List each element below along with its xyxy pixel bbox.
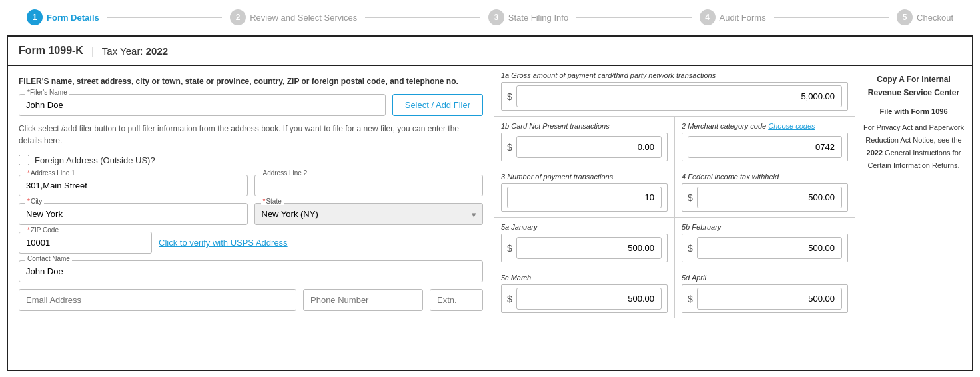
step-4[interactable]: 4 Audit Forms — [700, 9, 766, 25]
cell-5d-input-wrap: $ — [682, 284, 848, 313]
contact-name-label: Contact Name — [25, 255, 72, 262]
form-row-5a-5b: 5a January $ 5b February $ — [494, 218, 855, 268]
field-1a-input[interactable] — [516, 85, 842, 107]
step-5[interactable]: 5 Checkout — [897, 9, 953, 25]
field-5a-input[interactable] — [516, 237, 662, 259]
address-line2-label: Address Line 2 — [261, 169, 310, 177]
state-select[interactable]: New York (NY) — [254, 203, 484, 225]
cell-5d: 5d April $ — [675, 268, 855, 318]
copy-a-title: Copy A For Internal Revenue Service Cent… — [863, 73, 964, 100]
cell-1b-input-wrap: $ — [501, 133, 668, 161]
step-line-1 — [107, 17, 222, 18]
cell-5b-label: 5b February — [682, 223, 848, 231]
step-line-2 — [365, 17, 480, 18]
zip-label: ZIP Code — [25, 226, 61, 234]
cell-5c-input-wrap: $ — [501, 284, 668, 313]
foreign-address-row: Foreign Address (Outside US)? — [19, 155, 483, 165]
usps-verify-link[interactable]: Click to verify with USPS Address — [159, 238, 288, 248]
filer-name-wrap: *Filer's Name — [19, 94, 386, 116]
step-2[interactable]: 2 Review and Select Services — [230, 9, 357, 25]
cell-5b: 5b February $ — [675, 218, 855, 268]
filer-name-row: *Filer's Name Select / Add Filer — [19, 94, 483, 116]
field-1b-input[interactable] — [516, 136, 662, 158]
step-1-label: Form Details — [47, 13, 99, 23]
address-line1-input[interactable] — [19, 175, 248, 196]
filer-name-input[interactable] — [19, 94, 386, 116]
address-lines-row: Address Line 1 Address Line 2 — [19, 175, 483, 196]
form-row-3-4: 3 Number of payment transactions 4 Feder… — [494, 167, 855, 218]
step-3-circle: 3 — [488, 9, 504, 25]
step-1[interactable]: 1 Form Details — [27, 9, 99, 25]
cell-5c-label: 5c March — [501, 274, 668, 282]
cell-5b-input-wrap: $ — [682, 234, 848, 262]
cell-5a-input-wrap: $ — [501, 234, 668, 262]
dollar-5a: $ — [507, 243, 512, 254]
cell-1b-label: 1b Card Not Present transactions — [501, 122, 668, 130]
left-panel: FILER'S name, street address, city or to… — [8, 66, 494, 370]
foreign-address-label: Foreign Address (Outside US)? — [35, 155, 155, 165]
cell-3: 3 Number of payment transactions — [494, 167, 675, 217]
city-input[interactable] — [19, 203, 248, 225]
field-3-input[interactable] — [507, 187, 662, 208]
step-3-label: State Filing Info — [508, 13, 568, 23]
copy-a-panel: Copy A For Internal Revenue Service Cent… — [855, 66, 972, 370]
step-line-3 — [576, 17, 691, 18]
cell-5a: 5a January $ — [494, 218, 675, 268]
step-3[interactable]: 3 State Filing Info — [488, 9, 568, 25]
email-input[interactable] — [19, 289, 296, 311]
cell-1a: 1a Gross amount of payment card/third pa… — [494, 66, 855, 116]
step-2-label: Review and Select Services — [250, 13, 357, 23]
form-row-1b-2: 1b Card Not Present transactions $ 2 Mer… — [494, 117, 855, 167]
dollar-1b: $ — [507, 142, 512, 153]
contact-name-input[interactable] — [19, 260, 483, 282]
file-with-label: File with Form 1096 — [863, 105, 964, 118]
city-wrap: City — [19, 203, 248, 225]
choose-codes-link[interactable]: Choose codes — [768, 122, 815, 130]
zip-input[interactable] — [19, 232, 152, 254]
cell-1a-label: 1a Gross amount of payment card/third pa… — [501, 71, 848, 79]
cell-2-label: 2 Merchant category code Choose codes — [682, 122, 848, 130]
cell-5c: 5c March $ — [494, 268, 675, 318]
foreign-address-checkbox[interactable] — [19, 155, 29, 165]
field-2-input[interactable] — [688, 136, 842, 158]
email-wrap — [19, 289, 296, 311]
city-label: City — [25, 198, 44, 205]
cell-2: 2 Merchant category code Choose codes — [675, 117, 855, 167]
cell-4-label: 4 Federal income tax withheld — [682, 173, 848, 181]
cell-1b: 1b Card Not Present transactions $ — [494, 117, 675, 167]
cell-1a-input-wrap: $ — [501, 82, 848, 111]
field-5c-input[interactable] — [516, 288, 662, 310]
main-container: Form 1099-K | Tax Year: 2022 FILER'S nam… — [0, 35, 980, 371]
cell-3-input-wrap — [501, 183, 668, 212]
field-4-input[interactable] — [697, 187, 842, 208]
form-tax-year: Tax Year: 2022 — [102, 45, 168, 57]
address-line1-label: Address Line 1 — [25, 169, 77, 177]
step-1-circle: 1 — [27, 9, 43, 25]
extn-input[interactable] — [430, 289, 483, 311]
cell-5a-label: 5a January — [501, 223, 668, 231]
address-line2-input[interactable] — [254, 175, 484, 196]
state-wrap: State New York (NY) — [254, 203, 484, 225]
cell-4-input-wrap: $ — [682, 183, 848, 212]
email-phone-row — [19, 289, 483, 311]
cell-4: 4 Federal income tax withheld $ — [675, 167, 855, 217]
phone-input[interactable] — [303, 289, 423, 311]
cell-2-input-wrap — [682, 133, 848, 161]
filer-address-label: FILER'S name, street address, city or to… — [19, 75, 483, 87]
step-line-4 — [774, 17, 889, 18]
form-header: Form 1099-K | Tax Year: 2022 — [7, 35, 973, 65]
filer-name-label: *Filer's Name — [25, 89, 69, 96]
field-5b-input[interactable] — [697, 237, 842, 259]
field-5d-input[interactable] — [697, 288, 842, 310]
step-5-label: Checkout — [917, 13, 953, 23]
form-name: Form 1099-K — [19, 45, 83, 57]
zip-wrap: ZIP Code — [19, 232, 152, 254]
extn-wrap — [430, 289, 483, 311]
dollar-5d: $ — [688, 294, 693, 304]
step-4-label: Audit Forms — [720, 13, 766, 23]
dollar-4: $ — [688, 192, 693, 203]
phone-wrap — [303, 289, 423, 311]
select-add-filer-button[interactable]: Select / Add Filer — [392, 94, 483, 116]
dollar-5c: $ — [507, 294, 512, 304]
tax-year-value: 2022 — [146, 45, 168, 57]
